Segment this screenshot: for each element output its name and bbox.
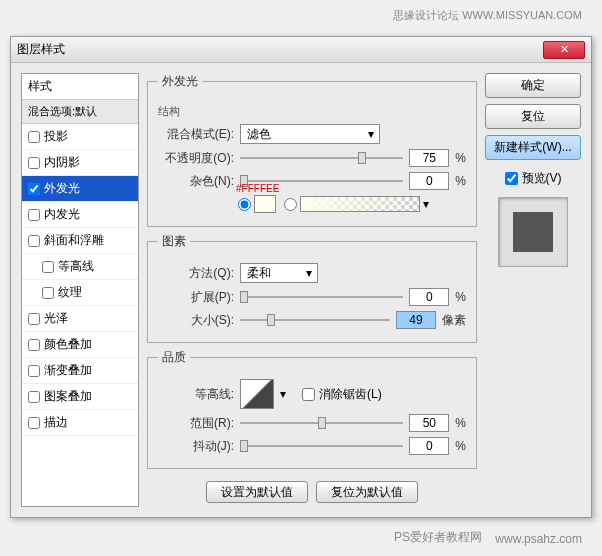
style-list-header[interactable]: 样式	[22, 74, 138, 100]
style-item-checkbox[interactable]	[28, 235, 40, 247]
jitter-unit: %	[455, 439, 466, 453]
contour-picker[interactable]	[240, 379, 274, 409]
style-item-label: 颜色叠加	[44, 336, 92, 353]
noise-input[interactable]	[409, 172, 449, 190]
style-item-label: 内发光	[44, 206, 80, 223]
close-button[interactable]: ✕	[543, 41, 585, 59]
style-item-0[interactable]: 投影	[22, 124, 138, 150]
style-item-4[interactable]: 斜面和浮雕	[22, 228, 138, 254]
dialog-title: 图层样式	[17, 41, 65, 58]
style-item-2[interactable]: 外发光	[22, 176, 138, 202]
color-radio[interactable]	[238, 195, 276, 213]
make-default-button[interactable]: 设置为默认值	[206, 481, 308, 503]
watermark-bottom-right: www.psahz.com	[495, 532, 582, 546]
opacity-label: 不透明度(O):	[158, 150, 234, 167]
opacity-unit: %	[455, 151, 466, 165]
technique-value: 柔和	[241, 265, 301, 282]
outer-glow-fieldset: 外发光 结构 混合模式(E): 滤色 ▾ 不透明度(O): % 杂色(N):	[147, 73, 477, 227]
style-item-checkbox[interactable]	[28, 391, 40, 403]
range-input[interactable]	[409, 414, 449, 432]
gradient-swatch[interactable]	[300, 196, 420, 212]
noise-label: 杂色(N):	[158, 173, 234, 190]
technique-combo[interactable]: 柔和 ▾	[240, 263, 318, 283]
style-item-label: 等高线	[58, 258, 94, 275]
style-item-checkbox[interactable]	[42, 261, 54, 273]
reset-default-button[interactable]: 复位为默认值	[316, 481, 418, 503]
chevron-down-icon[interactable]: ▾	[280, 387, 286, 401]
spread-input[interactable]	[409, 288, 449, 306]
blend-mode-label: 混合模式(E):	[158, 126, 234, 143]
style-item-label: 内阴影	[44, 154, 80, 171]
technique-label: 方法(Q):	[158, 265, 234, 282]
size-label: 大小(S):	[158, 312, 234, 329]
style-item-label: 纹理	[58, 284, 82, 301]
style-item-7[interactable]: 光泽	[22, 306, 138, 332]
preview-swatch	[513, 212, 553, 252]
style-item-10[interactable]: 图案叠加	[22, 384, 138, 410]
jitter-input[interactable]	[409, 437, 449, 455]
style-item-label: 斜面和浮雕	[44, 232, 104, 249]
blend-options-default[interactable]: 混合选项:默认	[22, 100, 138, 124]
quality-fieldset: 品质 等高线: ▾ 消除锯齿(L) 范围(R): % 抖动(J):	[147, 349, 477, 469]
titlebar: 图层样式 ✕	[11, 37, 591, 63]
style-list: 样式 混合选项:默认 投影内阴影外发光内发光斜面和浮雕等高线纹理光泽颜色叠加渐变…	[21, 73, 139, 507]
watermark-top: 思缘设计论坛 WWW.MISSYUAN.COM	[393, 8, 582, 23]
style-item-label: 描边	[44, 414, 68, 431]
opacity-slider[interactable]	[240, 150, 403, 166]
style-item-9[interactable]: 渐变叠加	[22, 358, 138, 384]
chevron-down-icon: ▾	[363, 127, 379, 141]
style-item-label: 渐变叠加	[44, 362, 92, 379]
right-panel: 确定 复位 新建样式(W)... 预览(V)	[485, 73, 581, 507]
new-style-button[interactable]: 新建样式(W)...	[485, 135, 581, 160]
spread-label: 扩展(P):	[158, 289, 234, 306]
elements-label: 图素	[158, 233, 190, 250]
noise-unit: %	[455, 174, 466, 188]
watermark-bottom-left: PS爱好者教程网	[394, 529, 482, 546]
panel-title: 外发光	[158, 73, 202, 90]
preview-checkbox[interactable]: 预览(V)	[485, 170, 581, 187]
style-item-1[interactable]: 内阴影	[22, 150, 138, 176]
style-item-checkbox[interactable]	[28, 157, 40, 169]
settings-panel: 外发光 结构 混合模式(E): 滤色 ▾ 不透明度(O): % 杂色(N):	[147, 73, 477, 507]
layer-style-dialog: 图层样式 ✕ 样式 混合选项:默认 投影内阴影外发光内发光斜面和浮雕等高线纹理光…	[10, 36, 592, 518]
contour-label: 等高线:	[158, 386, 234, 403]
style-item-checkbox[interactable]	[42, 287, 54, 299]
opacity-input[interactable]	[409, 149, 449, 167]
quality-label: 品质	[158, 349, 190, 366]
blend-mode-value: 滤色	[241, 126, 301, 143]
style-item-checkbox[interactable]	[28, 365, 40, 377]
preview-box	[498, 197, 568, 267]
style-item-checkbox[interactable]	[28, 417, 40, 429]
jitter-slider[interactable]	[240, 438, 403, 454]
size-slider[interactable]	[240, 312, 390, 328]
spread-unit: %	[455, 290, 466, 304]
antialias-checkbox[interactable]: 消除锯齿(L)	[302, 386, 382, 403]
style-item-checkbox[interactable]	[28, 313, 40, 325]
style-item-8[interactable]: 颜色叠加	[22, 332, 138, 358]
blend-mode-combo[interactable]: 滤色 ▾	[240, 124, 380, 144]
style-item-checkbox[interactable]	[28, 131, 40, 143]
size-unit: 像素	[442, 312, 466, 329]
spread-slider[interactable]	[240, 289, 403, 305]
style-item-3[interactable]: 内发光	[22, 202, 138, 228]
range-slider[interactable]	[240, 415, 403, 431]
style-item-6[interactable]: 纹理	[22, 280, 138, 306]
style-item-label: 外发光	[44, 180, 80, 197]
gradient-radio[interactable]: ▾	[284, 196, 429, 212]
style-item-checkbox[interactable]	[28, 209, 40, 221]
chevron-down-icon: ▾	[301, 266, 317, 280]
style-item-5[interactable]: 等高线	[22, 254, 138, 280]
range-label: 范围(R):	[158, 415, 234, 432]
style-item-label: 光泽	[44, 310, 68, 327]
color-hex-label: #FFFFEE	[236, 183, 279, 194]
style-item-checkbox[interactable]	[28, 183, 40, 195]
elements-fieldset: 图素 方法(Q): 柔和 ▾ 扩展(P): % 大小(S):	[147, 233, 477, 343]
color-swatch[interactable]	[254, 195, 276, 213]
style-item-checkbox[interactable]	[28, 339, 40, 351]
style-item-11[interactable]: 描边	[22, 410, 138, 436]
size-input[interactable]	[396, 311, 436, 329]
cancel-button[interactable]: 复位	[485, 104, 581, 129]
structure-label: 结构	[158, 104, 466, 119]
ok-button[interactable]: 确定	[485, 73, 581, 98]
preview-label: 预览(V)	[522, 170, 562, 187]
